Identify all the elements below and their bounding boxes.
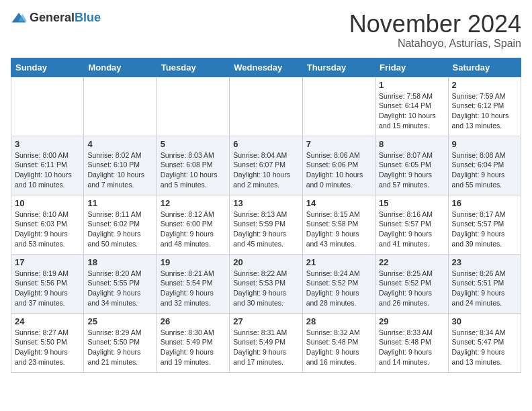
calendar-cell: 2Sunrise: 7:59 AM Sunset: 6:12 PM Daylig… [448,77,521,136]
day-number: 10 [15,198,80,208]
calendar-week-row: 17Sunrise: 8:19 AM Sunset: 5:56 PM Dayli… [11,254,521,313]
day-info: Sunrise: 8:30 AM Sunset: 5:49 PM Dayligh… [161,328,226,367]
weekday-header: Saturday [448,58,521,77]
calendar-cell: 11Sunrise: 8:11 AM Sunset: 6:02 PM Dayli… [84,195,157,254]
calendar-cell: 23Sunrise: 8:26 AM Sunset: 5:51 PM Dayli… [448,254,521,313]
day-number: 3 [15,139,80,149]
day-number: 7 [306,139,371,149]
day-number: 5 [161,139,226,149]
day-number: 21 [306,257,371,267]
calendar-cell: 21Sunrise: 8:24 AM Sunset: 5:52 PM Dayli… [302,254,375,313]
day-info: Sunrise: 8:34 AM Sunset: 5:47 PM Dayligh… [452,328,517,367]
day-number: 27 [233,316,298,326]
day-number: 20 [233,257,298,267]
day-number: 8 [379,139,444,149]
calendar-week-row: 10Sunrise: 8:10 AM Sunset: 6:03 PM Dayli… [11,195,521,254]
day-number: 6 [233,139,298,149]
calendar-cell: 22Sunrise: 8:25 AM Sunset: 5:52 PM Dayli… [375,254,448,313]
day-number: 15 [379,198,444,208]
day-info: Sunrise: 8:20 AM Sunset: 5:55 PM Dayligh… [87,269,152,308]
logo-general: General [30,11,75,24]
calendar-cell: 7Sunrise: 8:06 AM Sunset: 6:06 PM Daylig… [302,136,375,195]
calendar-cell: 5Sunrise: 8:03 AM Sunset: 6:08 PM Daylig… [157,136,229,195]
day-info: Sunrise: 8:13 AM Sunset: 5:59 PM Dayligh… [233,210,298,249]
day-info: Sunrise: 8:19 AM Sunset: 5:56 PM Dayligh… [15,269,80,308]
day-number: 1 [379,80,444,90]
calendar-cell: 6Sunrise: 8:04 AM Sunset: 6:07 PM Daylig… [230,136,302,195]
calendar-cell: 13Sunrise: 8:13 AM Sunset: 5:59 PM Dayli… [230,195,302,254]
logo: GeneralBlue [11,11,101,25]
day-info: Sunrise: 8:31 AM Sunset: 5:49 PM Dayligh… [233,328,298,367]
calendar-cell: 9Sunrise: 8:08 AM Sunset: 6:04 PM Daylig… [448,136,521,195]
day-number: 13 [233,198,298,208]
calendar-cell: 29Sunrise: 8:33 AM Sunset: 5:48 PM Dayli… [375,313,448,372]
day-info: Sunrise: 8:21 AM Sunset: 5:54 PM Dayligh… [161,269,226,308]
weekday-header: Monday [84,58,157,77]
calendar-cell: 1Sunrise: 7:58 AM Sunset: 6:14 PM Daylig… [375,77,448,136]
calendar-week-row: 1Sunrise: 7:58 AM Sunset: 6:14 PM Daylig… [11,77,521,136]
calendar-cell: 8Sunrise: 8:07 AM Sunset: 6:05 PM Daylig… [375,136,448,195]
day-number: 2 [452,80,517,90]
calendar-week-row: 24Sunrise: 8:27 AM Sunset: 5:50 PM Dayli… [11,313,521,372]
day-info: Sunrise: 7:59 AM Sunset: 6:12 PM Dayligh… [452,91,517,131]
day-info: Sunrise: 8:25 AM Sunset: 5:52 PM Dayligh… [379,269,444,308]
day-info: Sunrise: 8:08 AM Sunset: 6:04 PM Dayligh… [452,150,517,190]
calendar-cell: 17Sunrise: 8:19 AM Sunset: 5:56 PM Dayli… [11,254,84,313]
weekday-header: Sunday [11,58,84,77]
day-number: 25 [87,316,152,326]
calendar-cell: 25Sunrise: 8:29 AM Sunset: 5:50 PM Dayli… [84,313,157,372]
calendar-table: SundayMondayTuesdayWednesdayThursdayFrid… [11,58,521,373]
calendar-cell: 19Sunrise: 8:21 AM Sunset: 5:54 PM Dayli… [157,254,229,313]
day-number: 9 [452,139,517,149]
day-number: 29 [379,316,444,326]
day-info: Sunrise: 8:03 AM Sunset: 6:08 PM Dayligh… [161,150,226,190]
day-info: Sunrise: 7:58 AM Sunset: 6:14 PM Dayligh… [379,91,444,131]
day-info: Sunrise: 8:33 AM Sunset: 5:48 PM Dayligh… [379,328,444,367]
calendar-cell: 20Sunrise: 8:22 AM Sunset: 5:53 PM Dayli… [230,254,302,313]
day-number: 19 [161,257,226,267]
calendar-cell [302,77,375,136]
calendar-cell [157,77,229,136]
day-info: Sunrise: 8:32 AM Sunset: 5:48 PM Dayligh… [306,328,371,367]
logo-icon [11,11,27,25]
month-title: November 2024 [349,11,521,38]
day-number: 16 [452,198,517,208]
day-info: Sunrise: 8:24 AM Sunset: 5:52 PM Dayligh… [306,269,371,308]
calendar-cell [84,77,157,136]
calendar-cell [11,77,84,136]
weekday-header: Thursday [302,58,375,77]
day-number: 17 [15,257,80,267]
day-info: Sunrise: 8:27 AM Sunset: 5:50 PM Dayligh… [15,328,80,367]
calendar-cell: 27Sunrise: 8:31 AM Sunset: 5:49 PM Dayli… [230,313,302,372]
day-number: 28 [306,316,371,326]
calendar-cell: 30Sunrise: 8:34 AM Sunset: 5:47 PM Dayli… [448,313,521,372]
calendar-cell: 26Sunrise: 8:30 AM Sunset: 5:49 PM Dayli… [157,313,229,372]
day-info: Sunrise: 8:02 AM Sunset: 6:10 PM Dayligh… [87,150,152,190]
calendar-cell: 4Sunrise: 8:02 AM Sunset: 6:10 PM Daylig… [84,136,157,195]
title-area: November 2024 Natahoyo, Asturias, Spain [349,11,521,50]
calendar-cell: 14Sunrise: 8:15 AM Sunset: 5:58 PM Dayli… [302,195,375,254]
calendar-body: 1Sunrise: 7:58 AM Sunset: 6:14 PM Daylig… [11,77,521,372]
location-title: Natahoyo, Asturias, Spain [349,38,521,50]
calendar-cell: 18Sunrise: 8:20 AM Sunset: 5:55 PM Dayli… [84,254,157,313]
calendar-week-row: 3Sunrise: 8:00 AM Sunset: 6:11 PM Daylig… [11,136,521,195]
day-info: Sunrise: 8:12 AM Sunset: 6:00 PM Dayligh… [161,210,226,249]
day-number: 23 [452,257,517,267]
day-info: Sunrise: 8:22 AM Sunset: 5:53 PM Dayligh… [233,269,298,308]
day-number: 18 [87,257,152,267]
day-info: Sunrise: 8:29 AM Sunset: 5:50 PM Dayligh… [87,328,152,367]
day-info: Sunrise: 8:15 AM Sunset: 5:58 PM Dayligh… [306,210,371,249]
calendar-cell: 15Sunrise: 8:16 AM Sunset: 5:57 PM Dayli… [375,195,448,254]
calendar-cell: 16Sunrise: 8:17 AM Sunset: 5:57 PM Dayli… [448,195,521,254]
day-number: 12 [161,198,226,208]
weekday-header: Friday [375,58,448,77]
day-info: Sunrise: 8:11 AM Sunset: 6:02 PM Dayligh… [87,210,152,249]
header-row: SundayMondayTuesdayWednesdayThursdayFrid… [11,58,521,77]
day-number: 22 [379,257,444,267]
calendar-cell: 10Sunrise: 8:10 AM Sunset: 6:03 PM Dayli… [11,195,84,254]
day-number: 26 [161,316,226,326]
day-info: Sunrise: 8:17 AM Sunset: 5:57 PM Dayligh… [452,210,517,249]
calendar-cell: 28Sunrise: 8:32 AM Sunset: 5:48 PM Dayli… [302,313,375,372]
day-info: Sunrise: 8:16 AM Sunset: 5:57 PM Dayligh… [379,210,444,249]
day-info: Sunrise: 8:04 AM Sunset: 6:07 PM Dayligh… [233,150,298,190]
